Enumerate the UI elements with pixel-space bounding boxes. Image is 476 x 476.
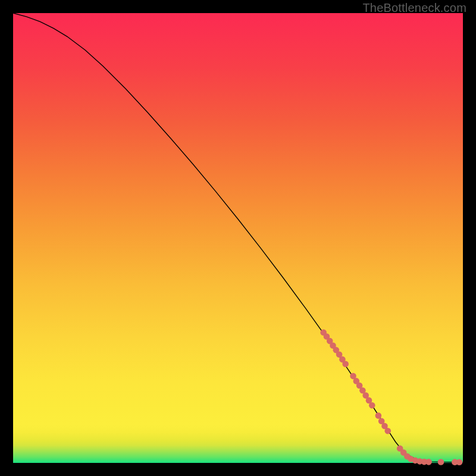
data-dot [425, 459, 432, 465]
curve-line [13, 13, 463, 462]
data-dot [369, 402, 375, 409]
dot-group [320, 329, 462, 465]
data-dot [375, 412, 382, 419]
chart-svg [13, 13, 463, 463]
watermark-text: TheBottleneck.com [362, 1, 466, 15]
chart-plot-area [13, 13, 463, 463]
data-dot [384, 428, 391, 434]
data-dot [342, 361, 349, 367]
data-dot [438, 459, 444, 465]
data-dot [456, 459, 463, 465]
